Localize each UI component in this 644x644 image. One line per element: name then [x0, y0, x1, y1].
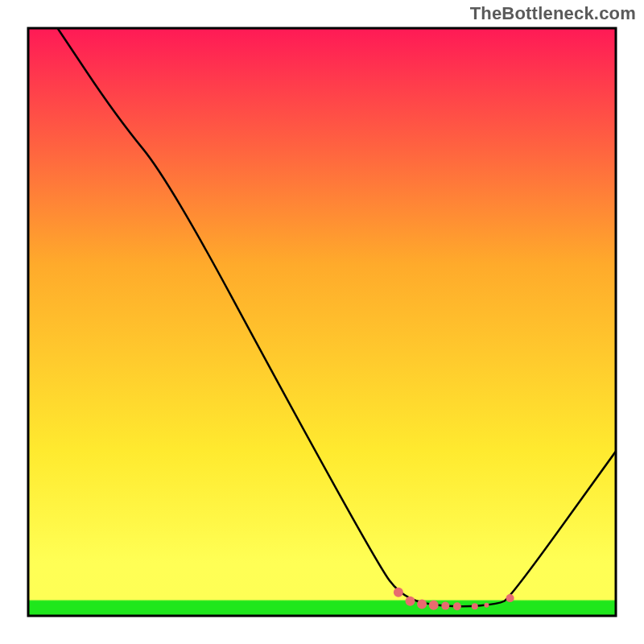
marker-dot: [506, 594, 514, 602]
marker-dot: [406, 597, 415, 606]
marker-dot: [453, 602, 461, 610]
marker-dot: [394, 588, 403, 597]
chart-container: TheBottleneck.com: [0, 0, 644, 644]
bottleneck-chart: [0, 0, 644, 644]
marker-dot: [441, 602, 449, 610]
marker-dot: [429, 601, 439, 610]
attribution-text: TheBottleneck.com: [470, 3, 636, 24]
marker-dot: [484, 603, 489, 608]
plot-background: [28, 28, 616, 616]
marker-dot: [472, 603, 478, 609]
marker-dot: [417, 599, 427, 609]
